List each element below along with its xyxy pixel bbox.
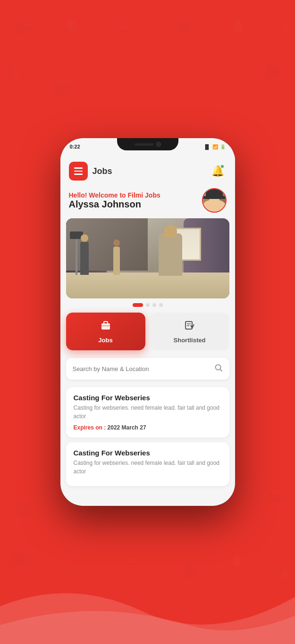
search-icon <box>214 363 223 374</box>
notch <box>117 138 178 150</box>
speaker <box>135 143 153 146</box>
hello-line: Hello! Welcome to Filmi Jobs <box>69 191 160 199</box>
jobs-list: Casting For Webseries Casting for webser… <box>60 387 235 486</box>
banner-image <box>66 218 229 298</box>
floor <box>66 272 229 298</box>
carousel-dots <box>60 303 235 307</box>
welcome-section: Hello! Welcome to Filmi Jobs Alyssa John… <box>60 185 235 218</box>
checklist-icon <box>184 320 195 334</box>
svg-rect-0 <box>101 323 110 330</box>
job-card-1-expiry: Expires on : 2022 March 27 <box>74 424 222 431</box>
expiry-date: 2022 March 27 <box>108 424 146 431</box>
carousel-dot-2[interactable] <box>146 303 150 307</box>
header-title: Jobs <box>93 166 210 176</box>
camera-stand <box>76 237 77 275</box>
bottom-spacer <box>60 491 235 500</box>
signal-icon: ▐▌ <box>203 144 210 149</box>
job-card-2[interactable]: Casting For Webseries Casting for webser… <box>66 442 229 486</box>
job-card-1[interactable]: Casting For Webseries Casting for webser… <box>66 387 229 438</box>
welcome-text: Hello! Welcome to Filmi Jobs Alyssa John… <box>69 191 160 210</box>
wifi-icon: 📶 <box>212 144 218 149</box>
job-card-1-description: Casting for webseries. need female lead.… <box>74 404 222 421</box>
carousel-dot-3[interactable] <box>152 303 156 307</box>
shortlisted-button-label: Shortlisted <box>174 337 206 344</box>
job-card-1-title: Casting For Webseries <box>74 394 222 402</box>
status-icons: ▐▌ 📶 🔋 <box>203 144 225 149</box>
avatar-face <box>203 189 226 212</box>
expiry-label: Expires on : <box>74 424 106 431</box>
shortlisted-button[interactable]: Shortlisted <box>150 313 229 350</box>
person-3 <box>159 233 182 276</box>
search-input[interactable] <box>73 365 214 372</box>
wall-left <box>66 218 148 271</box>
battery-icon: 🔋 <box>220 144 226 149</box>
notification-button[interactable]: 🔔 <box>210 163 227 180</box>
status-time: 0:22 <box>70 144 80 149</box>
carousel-dot-1[interactable] <box>133 303 143 307</box>
job-card-2-description: Casting for webseries. need female lead.… <box>74 459 222 476</box>
search-container <box>60 358 235 380</box>
status-bar: 0:22 ▐▌ 📶 🔋 <box>60 138 235 155</box>
user-avatar[interactable] <box>202 188 227 213</box>
job-card-2-title: Casting For Webseries <box>74 449 222 457</box>
person-2 <box>113 247 120 275</box>
briefcase-icon <box>100 320 111 334</box>
person-1 <box>80 242 89 275</box>
menu-button[interactable] <box>69 162 88 181</box>
brand-name: Filmi Jobs <box>127 191 160 199</box>
jobs-button[interactable]: Jobs <box>66 313 145 350</box>
user-name: Alyssa Johnson <box>69 199 160 210</box>
avatar-hat <box>206 189 223 198</box>
avatar-image <box>203 189 226 212</box>
app-header: Jobs 🔔 <box>60 155 235 185</box>
banner-carousel[interactable] <box>60 218 235 298</box>
action-buttons: Jobs Shortlisted <box>60 313 235 350</box>
screen: Jobs 🔔 Hello! Welcome to Filmi Jobs Alys… <box>60 155 235 506</box>
carousel-dot-4[interactable] <box>159 303 163 307</box>
wave-shape <box>0 550 295 644</box>
notification-dot <box>220 165 224 168</box>
svg-line-6 <box>220 370 222 372</box>
search-bar <box>66 358 229 380</box>
camera-dot <box>156 142 161 147</box>
jobs-button-label: Jobs <box>98 337 112 344</box>
scene <box>66 218 229 298</box>
hamburger-icon <box>74 167 83 175</box>
phone-shell: 0:22 ▐▌ 📶 🔋 Jobs 🔔 <box>60 138 235 506</box>
